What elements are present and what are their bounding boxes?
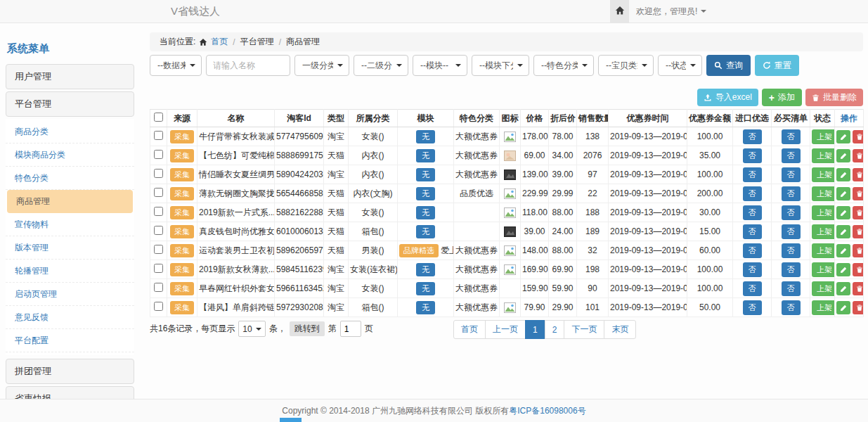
sidebar-item[interactable]: 模块商品分类 bbox=[6, 143, 134, 167]
filter-select[interactable]: --模块下分类-- bbox=[472, 55, 529, 76]
reset-button[interactable]: 重置 bbox=[755, 55, 799, 76]
edit-button[interactable] bbox=[836, 282, 850, 295]
must-buy-toggle[interactable]: 否 bbox=[782, 224, 801, 239]
import-select-toggle[interactable]: 否 bbox=[743, 167, 762, 182]
filter-select[interactable]: --特色分类-- bbox=[533, 55, 594, 76]
status-toggle[interactable]: 上架 bbox=[812, 148, 835, 163]
row-checkbox[interactable] bbox=[154, 131, 163, 140]
import-select-toggle[interactable]: 否 bbox=[743, 300, 762, 315]
batch-delete-button[interactable]: 批量删除 bbox=[805, 89, 863, 106]
edit-button[interactable] bbox=[836, 187, 850, 200]
status-toggle[interactable]: 上架 bbox=[812, 205, 835, 220]
delete-button[interactable] bbox=[853, 206, 864, 219]
delete-button[interactable] bbox=[853, 225, 864, 238]
page-button[interactable]: 1 bbox=[525, 320, 545, 339]
edit-button[interactable] bbox=[836, 225, 850, 238]
delete-button[interactable] bbox=[853, 301, 864, 314]
select-all-checkbox[interactable] bbox=[154, 113, 163, 122]
row-checkbox[interactable] bbox=[154, 226, 163, 235]
edit-button[interactable] bbox=[836, 168, 850, 181]
import-select-toggle[interactable]: 否 bbox=[743, 281, 762, 296]
edit-button[interactable] bbox=[836, 244, 850, 257]
row-checkbox[interactable] bbox=[154, 264, 163, 273]
filter-select[interactable]: --数据来源-- bbox=[150, 55, 202, 76]
import-select-toggle[interactable]: 否 bbox=[743, 129, 762, 144]
must-buy-toggle[interactable]: 否 bbox=[782, 262, 801, 277]
sidebar-item[interactable]: 版本管理 bbox=[6, 236, 134, 260]
status-toggle[interactable]: 上架 bbox=[812, 224, 835, 239]
delete-button[interactable] bbox=[853, 282, 864, 295]
sidebar-item[interactable]: 轮播管理 bbox=[6, 260, 134, 283]
add-button[interactable]: + 添加 bbox=[762, 89, 802, 106]
edit-button[interactable] bbox=[836, 130, 850, 143]
icp-link[interactable]: 粤ICP备16098006号 bbox=[509, 405, 585, 417]
sidebar-item[interactable]: 意见反馈 bbox=[6, 306, 134, 329]
sidebar-item[interactable]: 平台配置 bbox=[6, 329, 134, 352]
sidebar-item[interactable]: 商品分类 bbox=[6, 120, 134, 143]
row-checkbox[interactable] bbox=[154, 245, 163, 254]
must-buy-toggle[interactable]: 否 bbox=[782, 186, 801, 201]
sidebar-item[interactable]: 启动页管理 bbox=[6, 283, 134, 306]
import-select-toggle[interactable]: 否 bbox=[743, 262, 762, 277]
edit-button[interactable] bbox=[836, 206, 850, 219]
status-toggle[interactable]: 上架 bbox=[812, 186, 835, 201]
edit-button[interactable] bbox=[836, 301, 850, 314]
filter-select[interactable]: 一级分类 bbox=[294, 55, 349, 76]
edit-button[interactable] bbox=[836, 149, 850, 162]
delete-button[interactable] bbox=[853, 130, 864, 143]
row-checkbox[interactable] bbox=[154, 169, 163, 178]
jump-to-button[interactable]: 跳转到 bbox=[290, 321, 325, 336]
status-toggle[interactable]: 上架 bbox=[812, 129, 835, 144]
row-checkbox[interactable] bbox=[154, 207, 163, 216]
must-buy-toggle[interactable]: 否 bbox=[782, 243, 801, 258]
search-button[interactable]: 查询 bbox=[706, 55, 751, 76]
must-buy-toggle[interactable]: 否 bbox=[782, 281, 801, 296]
breadcrumb-home-link[interactable]: 首页 bbox=[211, 36, 228, 48]
filter-select[interactable]: --二级分类-- bbox=[354, 55, 408, 76]
row-checkbox[interactable] bbox=[154, 302, 163, 311]
import-select-toggle[interactable]: 否 bbox=[743, 205, 762, 220]
status-toggle[interactable]: 上架 bbox=[812, 262, 835, 277]
name-search-input[interactable] bbox=[206, 55, 290, 76]
page-button[interactable]: 2 bbox=[545, 320, 565, 339]
page-button[interactable]: 首页 bbox=[453, 320, 486, 339]
delete-button[interactable] bbox=[853, 168, 864, 181]
import-select-toggle[interactable]: 否 bbox=[743, 224, 762, 239]
delete-button[interactable] bbox=[853, 263, 864, 276]
sidebar-item[interactable]: 宣传物料 bbox=[6, 213, 134, 236]
sidebar-group-header[interactable]: 用户管理 bbox=[6, 64, 134, 89]
user-menu[interactable]: 欢迎您，管理员! bbox=[636, 0, 706, 23]
status-toggle[interactable]: 上架 bbox=[812, 300, 835, 315]
must-buy-toggle[interactable]: 否 bbox=[782, 167, 801, 182]
sidebar-group-header[interactable]: 平台管理 bbox=[6, 91, 134, 117]
page-button[interactable]: 上一页 bbox=[485, 320, 526, 339]
delete-button[interactable] bbox=[853, 149, 864, 162]
status-toggle[interactable]: 上架 bbox=[812, 243, 835, 258]
filter-select[interactable]: --模块-- bbox=[413, 55, 467, 76]
must-buy-toggle[interactable]: 否 bbox=[782, 205, 801, 220]
import-select-toggle[interactable]: 否 bbox=[743, 186, 762, 201]
import-select-toggle[interactable]: 否 bbox=[743, 243, 762, 258]
sidebar-group-header[interactable]: 拼团管理 bbox=[6, 359, 134, 384]
row-checkbox[interactable] bbox=[154, 150, 163, 159]
delete-button[interactable] bbox=[853, 187, 864, 200]
status-toggle[interactable]: 上架 bbox=[812, 167, 835, 182]
filter-select[interactable]: --宝贝类型-- bbox=[598, 55, 654, 76]
delete-button[interactable] bbox=[853, 244, 864, 257]
sidebar-group-header[interactable]: 省惠快报 bbox=[6, 386, 134, 399]
must-buy-toggle[interactable]: 否 bbox=[782, 300, 801, 315]
import-excel-button[interactable]: 导入excel bbox=[697, 89, 758, 106]
page-number-input[interactable] bbox=[340, 321, 361, 337]
navbar-home-button[interactable] bbox=[610, 0, 629, 23]
edit-button[interactable] bbox=[836, 263, 850, 276]
per-page-select[interactable]: 10 bbox=[238, 321, 265, 337]
must-buy-toggle[interactable]: 否 bbox=[782, 148, 801, 163]
sidebar-item[interactable]: 特色分类 bbox=[6, 167, 134, 190]
sidebar-item[interactable]: 商品管理 bbox=[7, 190, 133, 213]
page-button[interactable]: 下一页 bbox=[564, 320, 604, 339]
row-checkbox[interactable] bbox=[154, 188, 163, 197]
import-select-toggle[interactable]: 否 bbox=[743, 148, 762, 163]
page-button[interactable]: 末页 bbox=[604, 320, 636, 339]
filter-select[interactable]: --状态-- bbox=[658, 55, 702, 76]
row-checkbox[interactable] bbox=[154, 283, 163, 292]
